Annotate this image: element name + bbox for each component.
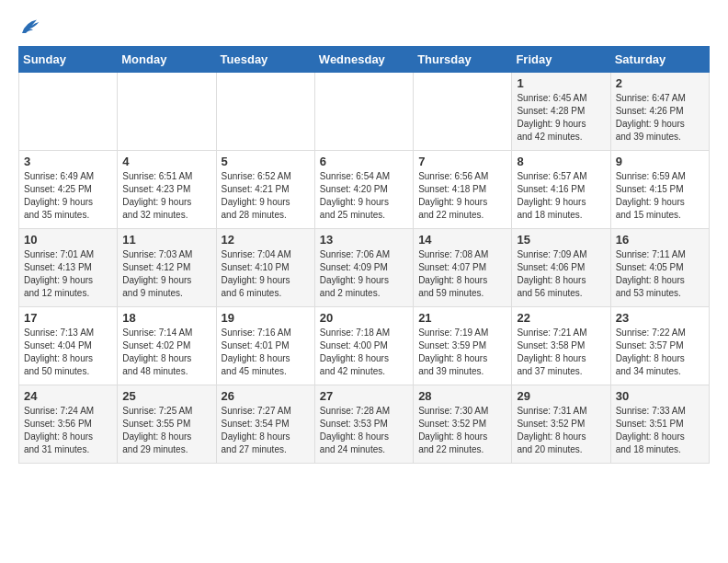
calendar-table: SundayMondayTuesdayWednesdayThursdayFrid… (18, 46, 710, 464)
day-number: 2 (616, 76, 704, 90)
calendar-cell: 12Sunrise: 7:04 AM Sunset: 4:10 PM Dayli… (216, 229, 314, 307)
calendar-cell: 14Sunrise: 7:08 AM Sunset: 4:07 PM Dayli… (414, 229, 512, 307)
day-number: 30 (616, 389, 704, 403)
day-info: Sunrise: 7:33 AM Sunset: 3:51 PM Dayligh… (616, 405, 704, 456)
calendar-cell: 3Sunrise: 6:49 AM Sunset: 4:25 PM Daylig… (19, 151, 118, 229)
calendar-cell: 11Sunrise: 7:03 AM Sunset: 4:12 PM Dayli… (118, 229, 216, 307)
day-number: 9 (616, 155, 704, 168)
calendar-cell: 17Sunrise: 7:13 AM Sunset: 4:04 PM Dayli… (19, 307, 118, 385)
day-number: 29 (517, 389, 605, 403)
col-header-tuesday: Tuesday (216, 47, 314, 73)
day-info: Sunrise: 7:31 AM Sunset: 3:52 PM Dayligh… (517, 405, 605, 456)
calendar-cell: 4Sunrise: 6:51 AM Sunset: 4:23 PM Daylig… (118, 151, 216, 229)
day-info: Sunrise: 7:13 AM Sunset: 4:04 PM Dayligh… (24, 327, 112, 378)
calendar-cell: 25Sunrise: 7:25 AM Sunset: 3:55 PM Dayli… (118, 385, 216, 464)
day-number: 23 (616, 311, 704, 325)
day-info: Sunrise: 7:19 AM Sunset: 3:59 PM Dayligh… (418, 327, 506, 378)
calendar-cell: 18Sunrise: 7:14 AM Sunset: 4:02 PM Dayli… (118, 307, 216, 385)
calendar-cell: 29Sunrise: 7:31 AM Sunset: 3:52 PM Dayli… (512, 385, 610, 464)
day-info: Sunrise: 7:27 AM Sunset: 3:54 PM Dayligh… (222, 405, 310, 456)
day-number: 7 (418, 155, 506, 168)
day-number: 19 (222, 311, 310, 325)
calendar-cell: 15Sunrise: 7:09 AM Sunset: 4:06 PM Dayli… (512, 229, 610, 307)
col-header-sunday: Sunday (19, 47, 118, 73)
day-info: Sunrise: 7:03 AM Sunset: 4:12 PM Dayligh… (122, 248, 210, 300)
calendar-cell: 27Sunrise: 7:28 AM Sunset: 3:53 PM Dayli… (314, 385, 413, 464)
day-info: Sunrise: 6:49 AM Sunset: 4:25 PM Dayligh… (24, 170, 112, 222)
day-info: Sunrise: 6:51 AM Sunset: 4:23 PM Dayligh… (122, 170, 210, 222)
day-number: 16 (616, 233, 704, 247)
col-header-saturday: Saturday (610, 47, 709, 73)
day-info: Sunrise: 7:18 AM Sunset: 4:00 PM Dayligh… (320, 327, 408, 378)
day-info: Sunrise: 7:04 AM Sunset: 4:10 PM Dayligh… (222, 248, 310, 300)
calendar-cell (314, 73, 413, 151)
calendar-cell: 24Sunrise: 7:24 AM Sunset: 3:56 PM Dayli… (19, 385, 118, 464)
day-number: 15 (517, 233, 605, 247)
calendar-cell: 1Sunrise: 6:45 AM Sunset: 4:28 PM Daylig… (512, 73, 610, 151)
day-info: Sunrise: 6:54 AM Sunset: 4:20 PM Dayligh… (320, 170, 408, 222)
day-number: 21 (418, 311, 506, 325)
calendar-cell: 2Sunrise: 6:47 AM Sunset: 4:26 PM Daylig… (610, 73, 709, 151)
day-info: Sunrise: 7:11 AM Sunset: 4:05 PM Dayligh… (616, 248, 704, 300)
day-info: Sunrise: 7:24 AM Sunset: 3:56 PM Dayligh… (24, 405, 112, 456)
col-header-wednesday: Wednesday (314, 47, 413, 73)
day-number: 24 (24, 389, 112, 403)
calendar-cell: 7Sunrise: 6:56 AM Sunset: 4:18 PM Daylig… (414, 151, 512, 229)
day-number: 28 (418, 389, 506, 403)
day-info: Sunrise: 6:56 AM Sunset: 4:18 PM Dayligh… (418, 170, 506, 222)
day-info: Sunrise: 7:01 AM Sunset: 4:13 PM Dayligh… (24, 248, 112, 300)
calendar-cell: 19Sunrise: 7:16 AM Sunset: 4:01 PM Dayli… (216, 307, 314, 385)
calendar-cell: 21Sunrise: 7:19 AM Sunset: 3:59 PM Dayli… (414, 307, 512, 385)
day-info: Sunrise: 7:06 AM Sunset: 4:09 PM Dayligh… (320, 248, 408, 300)
day-number: 17 (24, 311, 112, 325)
day-number: 22 (517, 311, 605, 325)
day-number: 18 (122, 311, 210, 325)
day-info: Sunrise: 7:08 AM Sunset: 4:07 PM Dayligh… (418, 248, 506, 300)
day-info: Sunrise: 7:09 AM Sunset: 4:06 PM Dayligh… (517, 248, 605, 300)
day-number: 5 (222, 155, 310, 168)
calendar-cell (414, 73, 512, 151)
day-info: Sunrise: 7:28 AM Sunset: 3:53 PM Dayligh… (320, 405, 408, 456)
day-number: 6 (320, 155, 408, 168)
day-number: 26 (222, 389, 310, 403)
day-info: Sunrise: 7:22 AM Sunset: 3:57 PM Dayligh… (616, 327, 704, 378)
calendar-cell: 28Sunrise: 7:30 AM Sunset: 3:52 PM Dayli… (414, 385, 512, 464)
calendar-cell: 23Sunrise: 7:22 AM Sunset: 3:57 PM Dayli… (610, 307, 709, 385)
day-info: Sunrise: 6:57 AM Sunset: 4:16 PM Dayligh… (517, 170, 605, 222)
day-number: 8 (517, 155, 605, 168)
calendar-cell (19, 73, 118, 151)
day-info: Sunrise: 6:47 AM Sunset: 4:26 PM Dayligh… (616, 92, 704, 144)
calendar-cell: 9Sunrise: 6:59 AM Sunset: 4:15 PM Daylig… (610, 151, 709, 229)
col-header-monday: Monday (118, 47, 216, 73)
day-info: Sunrise: 6:52 AM Sunset: 4:21 PM Dayligh… (222, 170, 310, 222)
day-number: 25 (122, 389, 210, 403)
logo-icon (18, 18, 40, 37)
day-number: 10 (24, 233, 112, 247)
calendar-cell: 13Sunrise: 7:06 AM Sunset: 4:09 PM Dayli… (314, 229, 413, 307)
day-info: Sunrise: 6:59 AM Sunset: 4:15 PM Dayligh… (616, 170, 704, 222)
calendar-cell: 8Sunrise: 6:57 AM Sunset: 4:16 PM Daylig… (512, 151, 610, 229)
calendar-cell: 5Sunrise: 6:52 AM Sunset: 4:21 PM Daylig… (216, 151, 314, 229)
day-number: 1 (517, 76, 605, 90)
calendar-cell: 6Sunrise: 6:54 AM Sunset: 4:20 PM Daylig… (314, 151, 413, 229)
day-number: 14 (418, 233, 506, 247)
calendar-cell: 30Sunrise: 7:33 AM Sunset: 3:51 PM Dayli… (610, 385, 709, 464)
day-number: 4 (122, 155, 210, 168)
col-header-thursday: Thursday (414, 47, 512, 73)
day-number: 3 (24, 155, 112, 168)
day-info: Sunrise: 7:21 AM Sunset: 3:58 PM Dayligh… (517, 327, 605, 378)
calendar-cell (216, 73, 314, 151)
day-number: 12 (222, 233, 310, 247)
day-info: Sunrise: 7:30 AM Sunset: 3:52 PM Dayligh… (418, 405, 506, 456)
day-info: Sunrise: 7:14 AM Sunset: 4:02 PM Dayligh… (122, 327, 210, 378)
day-info: Sunrise: 6:45 AM Sunset: 4:28 PM Dayligh… (517, 92, 605, 144)
calendar-cell: 10Sunrise: 7:01 AM Sunset: 4:13 PM Dayli… (19, 229, 118, 307)
calendar-cell: 26Sunrise: 7:27 AM Sunset: 3:54 PM Dayli… (216, 385, 314, 464)
day-number: 20 (320, 311, 408, 325)
page-header (18, 18, 710, 37)
col-header-friday: Friday (512, 47, 610, 73)
calendar-cell (118, 73, 216, 151)
day-number: 13 (320, 233, 408, 247)
calendar-cell: 22Sunrise: 7:21 AM Sunset: 3:58 PM Dayli… (512, 307, 610, 385)
day-info: Sunrise: 7:25 AM Sunset: 3:55 PM Dayligh… (122, 405, 210, 456)
